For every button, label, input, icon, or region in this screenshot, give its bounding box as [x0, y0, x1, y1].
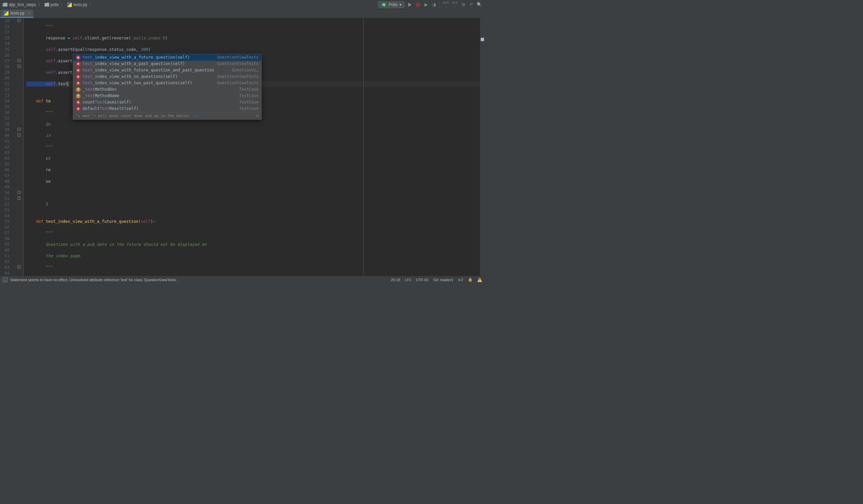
run-config-label: Polls [389, 2, 398, 7]
completion-item-name: defaultTestResult(self) [83, 106, 139, 112]
completion-item-name: countTestCases(self) [83, 99, 132, 105]
completion-item[interactable]: f_testMethodDocTestCase [73, 86, 261, 93]
method-icon: m [76, 68, 80, 73]
breadcrumb-item-folder[interactable]: polls [45, 2, 59, 7]
fold-marker[interactable]: − [17, 197, 21, 200]
arrow-down-icon: ↓ [445, 4, 447, 8]
fold-gutter[interactable]: − − − − − − − − [15, 18, 24, 276]
fold-marker[interactable]: − [17, 19, 21, 22]
undo-button[interactable]: ↶ [468, 2, 474, 8]
completion-item[interactable]: mtest_index_view_with_future_question_an… [73, 67, 261, 74]
tool-windows-button[interactable]: □ [3, 277, 8, 282]
completion-item-name: test_index_view_with_a_past_question(sel… [83, 61, 185, 67]
completion-item[interactable]: mcountTestCases(self)TestCase [73, 99, 261, 105]
completion-item[interactable]: mdefaultTestResult(self)TestCase [73, 105, 261, 112]
fold-marker[interactable]: − [17, 191, 21, 194]
chevron-right-icon: 〉 [61, 2, 65, 8]
method-icon: m [76, 55, 80, 60]
right-margin-guide [363, 18, 364, 276]
vcs-history-button[interactable]: ⧉ [461, 2, 466, 8]
attach-button[interactable]: ◑ [432, 2, 437, 8]
editor-container: 2021222324252627282930313233343536373839… [0, 18, 485, 276]
completion-item-type: QuestionVi… [232, 67, 259, 73]
chevron-down-icon: ▾ [399, 2, 401, 7]
run-config-selector[interactable]: dj Polls ▾ [378, 1, 404, 8]
breadcrumb-label: tests.py [73, 2, 87, 7]
completion-settings-link[interactable]: >> [194, 114, 199, 118]
folder-icon [45, 3, 49, 7]
fold-marker[interactable]: − [17, 134, 21, 137]
arrow-up-icon: ↑ [454, 4, 455, 8]
code-editor[interactable]: """ response = self.client.get(reverse('… [24, 18, 480, 276]
completion-footer-hint: ^↓ and ^↑ will move caret down and up in… [76, 114, 194, 118]
completion-item[interactable]: f_testMethodNameTestCase [73, 93, 261, 99]
folder-icon [3, 3, 8, 7]
breadcrumb-item-project[interactable]: djtp_first_steps [3, 2, 36, 7]
fold-marker[interactable]: − [17, 65, 21, 68]
editor-tab[interactable]: tests.py × [0, 9, 34, 18]
field-icon: f [76, 87, 80, 92]
completion-item-name: test_index_view_with_a_future_question(s… [83, 55, 190, 60]
completion-item-type: TestCase [239, 99, 259, 105]
completion-item[interactable]: mtest_index_view_with_no_questions(self)… [73, 74, 261, 80]
completion-item-type: QuestionViewTests [217, 74, 259, 79]
separator [440, 2, 440, 8]
completion-item-type: QuestionViewTests [217, 55, 259, 60]
completion-item-name: test_index_view_with_two_past_questions(… [83, 80, 192, 86]
search-button[interactable]: 🔍 [477, 2, 482, 8]
django-icon: dj [381, 3, 387, 7]
completion-item-name: test_index_view_with_no_questions(self) [83, 74, 178, 79]
status-bar: □ Statement seems to have no effect. Unr… [0, 276, 485, 283]
completion-item[interactable]: mtest_index_view_with_a_future_question(… [73, 54, 261, 61]
breadcrumb: djtp_first_steps 〉 polls 〉 tests.py 〉 [3, 2, 94, 8]
pi-icon[interactable]: π [256, 113, 259, 119]
run-button[interactable] [407, 2, 413, 8]
toolbar-right: dj Polls ▾ 🐞 ▶ ◑ VCS ↓ VCS ↑ ⧉ ↶ 🔍 [378, 1, 482, 8]
completion-item[interactable]: mtest_index_view_with_two_past_questions… [73, 80, 261, 86]
method-icon: m [76, 62, 80, 66]
status-message: Statement seems to have no effect. Unres… [10, 278, 178, 282]
lock-icon[interactable]: 🔒 [468, 277, 473, 282]
fold-marker[interactable]: − [17, 265, 21, 268]
completion-footer: ^↓ and ^↑ will move caret down and up in… [73, 112, 261, 119]
completion-item[interactable]: mtest_index_view_with_a_past_question(se… [73, 61, 261, 67]
completion-item-name: test_index_view_with_future_question_and… [83, 67, 214, 73]
minimap-mark[interactable] [481, 38, 484, 41]
coverage-button[interactable]: ▶ [423, 2, 429, 8]
completion-item-type: QuestionViewTests [217, 61, 259, 67]
fold-marker[interactable]: − [17, 59, 21, 62]
completion-item-type: TestCase [239, 93, 259, 99]
completion-item-type: TestCase [239, 87, 259, 92]
tab-label: tests.py [11, 11, 24, 15]
file-encoding[interactable]: UTF-8‡ [416, 278, 428, 282]
play-icon [408, 3, 412, 7]
vcs-commit-button[interactable]: VCS ↑ [451, 1, 458, 8]
method-icon: m [76, 81, 80, 86]
method-icon: m [76, 106, 80, 111]
completion-item-name: _testMethodDoc [83, 87, 117, 92]
line-separator[interactable]: LF‡ [405, 278, 411, 282]
method-icon: m [76, 75, 80, 79]
breadcrumb-label: polls [51, 2, 59, 7]
completion-item-name: _testMethodName [83, 93, 119, 99]
changes-badge[interactable]: ■2 [458, 278, 463, 282]
right-gutter[interactable] [480, 18, 485, 276]
method-icon: m [76, 100, 80, 105]
breadcrumb-item-file[interactable]: tests.py [67, 2, 87, 7]
nav-bar: djtp_first_steps 〉 polls 〉 tests.py 〉 dj… [0, 0, 485, 10]
chevron-right-icon: 〉 [38, 2, 42, 8]
line-number-gutter[interactable]: 2021222324252627282930313233343536373839… [0, 18, 15, 276]
vcs-update-button[interactable]: VCS ↓ [442, 1, 449, 8]
chevron-right-icon: 〉 [89, 2, 94, 8]
completion-item-type: TestCase [239, 106, 259, 112]
breadcrumb-label: djtp_first_steps [9, 2, 36, 7]
close-icon[interactable]: × [28, 11, 30, 15]
debug-button[interactable]: 🐞 [415, 2, 421, 8]
warning-icon[interactable] [477, 277, 482, 282]
editor-tab-bar: tests.py × [0, 10, 485, 18]
caret-position[interactable]: 25:18 [391, 278, 400, 282]
python-file-icon [4, 11, 9, 15]
fold-marker[interactable]: − [17, 128, 21, 131]
git-branch[interactable]: Git: master‡ [433, 278, 453, 282]
field-icon: f [76, 94, 80, 99]
